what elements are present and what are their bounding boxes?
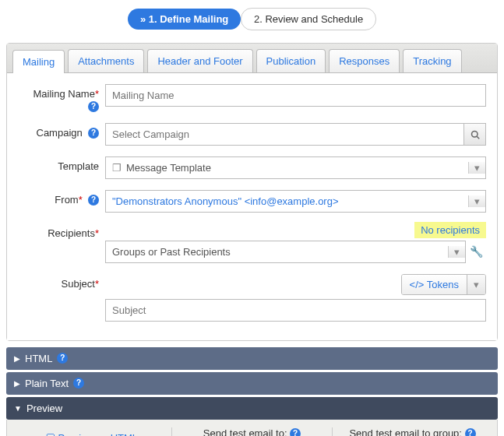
preview-html-link[interactable]: 🖵 Preview as HTML bbox=[19, 432, 164, 436]
wizard-step-define[interactable]: » 1. Define Mailing bbox=[128, 9, 241, 30]
tab-responses[interactable]: Responses bbox=[329, 49, 400, 72]
tab-attachments[interactable]: Attachments bbox=[68, 49, 144, 72]
mailing-name-input[interactable] bbox=[105, 84, 486, 107]
tab-bar: Mailing Attachments Header and Footer Pu… bbox=[7, 44, 497, 73]
accordion-plain-text[interactable]: ▶Plain Text ? bbox=[6, 372, 498, 395]
wizard-step-review[interactable]: 2. Review and Schedule bbox=[241, 8, 376, 30]
campaign-label: Campaign ? bbox=[18, 123, 105, 139]
help-icon[interactable]: ? bbox=[465, 428, 476, 436]
no-recipients-warning: No recipients bbox=[414, 222, 486, 238]
subject-label: Subject* bbox=[18, 274, 105, 290]
code-icon: </> bbox=[410, 279, 425, 290]
send-test-to-label: Send test email to: ? bbox=[180, 427, 324, 436]
template-label: Template bbox=[18, 156, 105, 172]
svg-point-0 bbox=[471, 132, 478, 138]
chevron-down-icon: ▾ bbox=[468, 162, 485, 174]
chevron-down-icon: ▾ bbox=[468, 195, 485, 207]
form-area: Mailing Name*? Campaign ? Template ❐ Mes… bbox=[7, 73, 497, 340]
recipients-label: Recipients* bbox=[18, 223, 105, 239]
mailing-name-label: Mailing Name*? bbox=[18, 84, 105, 112]
chevron-down-icon: ▾ bbox=[467, 275, 485, 294]
help-icon[interactable]: ? bbox=[73, 378, 84, 389]
wizard-steps: » 1. Define Mailing 2. Review and Schedu… bbox=[0, 0, 504, 37]
copy-icon: ❐ bbox=[112, 162, 122, 174]
campaign-input[interactable] bbox=[105, 123, 464, 146]
tab-publication[interactable]: Publication bbox=[256, 49, 326, 72]
from-select[interactable]: "Demonstrators Anonymous" <info@example.… bbox=[105, 190, 486, 213]
main-panel: Mailing Attachments Header and Footer Pu… bbox=[6, 43, 498, 341]
help-icon[interactable]: ? bbox=[88, 101, 99, 112]
campaign-search-button[interactable] bbox=[464, 123, 486, 146]
desktop-icon: 🖵 bbox=[45, 432, 55, 436]
search-icon bbox=[471, 128, 480, 140]
tab-mailing[interactable]: Mailing bbox=[12, 50, 65, 73]
triangle-down-icon: ▼ bbox=[14, 404, 22, 413]
triangle-right-icon: ▶ bbox=[14, 354, 20, 363]
send-test-group-label: Send test email to group: ? bbox=[340, 427, 485, 436]
template-select[interactable]: ❐ Message Template ▾ bbox=[105, 156, 486, 179]
tab-header-footer[interactable]: Header and Footer bbox=[147, 49, 252, 72]
chevron-down-icon: ▾ bbox=[448, 246, 465, 258]
subject-input[interactable] bbox=[105, 299, 486, 322]
help-icon[interactable]: ? bbox=[88, 128, 99, 139]
svg-line-1 bbox=[477, 136, 479, 139]
recipients-select[interactable]: Groups or Past Recipients ▾ bbox=[105, 241, 466, 263]
wrench-icon[interactable]: 🔧 bbox=[466, 245, 486, 258]
triangle-right-icon: ▶ bbox=[14, 379, 20, 388]
tab-tracking[interactable]: Tracking bbox=[403, 49, 461, 72]
accordion-preview[interactable]: ▼Preview bbox=[6, 397, 498, 420]
help-icon[interactable]: ? bbox=[57, 353, 68, 364]
accordion-html[interactable]: ▶HTML ? bbox=[6, 347, 498, 370]
preview-body: 🖵 Preview as HTML 🗎 Preview as Plain Tex… bbox=[6, 420, 498, 436]
help-icon[interactable]: ? bbox=[290, 428, 301, 436]
from-label: From* ? bbox=[18, 190, 105, 206]
tokens-button[interactable]: </> Tokens ▾ bbox=[401, 274, 486, 295]
help-icon[interactable]: ? bbox=[88, 195, 99, 206]
